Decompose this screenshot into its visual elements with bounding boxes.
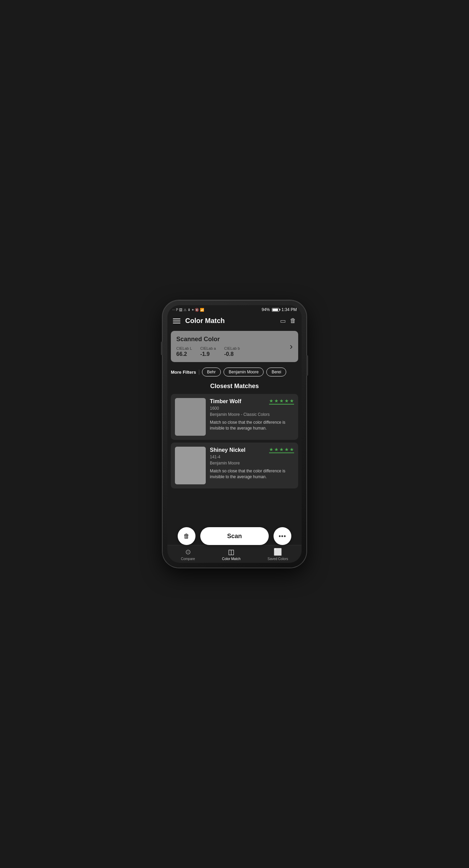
notification-icons: ··· P 🖼 ⚠ ⬇ ✦ 🔇 📶: [172, 308, 204, 312]
star-4: ★: [284, 398, 289, 404]
filter-bar: More Filters Behr Benjamin Moore Berei: [167, 365, 302, 379]
color-swatch-0: [175, 398, 206, 436]
battery-header-icon: ▭: [280, 317, 286, 325]
stars-underline-0: [269, 404, 294, 405]
chevron-right-icon: ›: [290, 341, 293, 352]
match-header-1: Shiney Nickel ★ ★ ★ ★ ★: [210, 447, 294, 453]
side-button-power: [306, 355, 308, 376]
color-match-nav-label: Color Match: [222, 557, 241, 561]
cielab-a-item: CIELab a -1.9: [200, 346, 216, 357]
bottom-actions: 🗑 Scan •••: [167, 527, 302, 545]
star-5b: ★: [290, 447, 294, 452]
phone-screen: ··· P 🖼 ⚠ ⬇ ✦ 🔇 📶 94% 1:34 PM Color Matc…: [167, 305, 302, 563]
filter-chip-behr[interactable]: Behr: [202, 368, 221, 376]
scanned-color-content: Scanned Color CIELab L 66.2 CIELab a -1.…: [176, 336, 240, 357]
star-2b: ★: [274, 447, 279, 452]
match-desc-1: Match so close that the color difference…: [210, 468, 294, 480]
cielab-l-name: CIELab L: [176, 346, 192, 350]
phone-frame: ··· P 🖼 ⚠ ⬇ ✦ 🔇 📶 94% 1:34 PM Color Matc…: [163, 300, 306, 568]
match-info-0: Timber Wolf ★ ★ ★ ★ ★ 1600: [210, 398, 294, 436]
delete-action-button[interactable]: 🗑: [178, 527, 195, 545]
match-card-1[interactable]: Shiney Nickel ★ ★ ★ ★ ★ 141-: [171, 443, 298, 488]
cielab-row: CIELab L 66.2 CIELab a -1.9 CIELab b -0.…: [176, 346, 240, 357]
cielab-b-name: CIELab b: [224, 346, 240, 350]
match-card-0[interactable]: Timber Wolf ★ ★ ★ ★ ★ 1600: [171, 394, 298, 440]
cielab-b-value: -0.8: [224, 351, 240, 357]
more-action-icon: •••: [279, 533, 286, 540]
cielab-l-value: 66.2: [176, 351, 192, 357]
compare-nav-label: Compare: [181, 557, 195, 561]
trash-header-icon[interactable]: 🗑: [290, 317, 296, 324]
closest-matches-title: Closest Matches: [167, 379, 302, 393]
cielab-b-item: CIELab b -0.8: [224, 346, 240, 357]
star-2: ★: [274, 398, 279, 404]
clock-time: 1:34 PM: [281, 307, 297, 312]
star-1b: ★: [269, 447, 274, 452]
scanned-color-label: Scanned Color: [176, 336, 240, 343]
side-button-volume: [161, 342, 163, 355]
color-match-nav-icon: ◫: [228, 548, 234, 556]
header-right: ▭ 🗑: [280, 317, 296, 325]
saved-colors-nav-label: Saved Colors: [267, 557, 288, 561]
color-swatch-1: [175, 447, 206, 484]
match-brand-1: Benjamin Moore: [210, 461, 294, 466]
nav-item-saved-colors[interactable]: ⬜ Saved Colors: [264, 546, 291, 562]
bottom-nav: ⊙ Compare ◫ Color Match ⬜ Saved Colors: [167, 545, 302, 563]
status-bar: ··· P 🖼 ⚠ ⬇ ✦ 🔇 📶 94% 1:34 PM: [167, 305, 302, 313]
stars-0: ★ ★ ★ ★ ★: [269, 398, 294, 404]
saved-colors-nav-icon: ⬜: [274, 548, 282, 556]
cielab-a-value: -1.9: [200, 351, 216, 357]
cielab-l-item: CIELab L 66.2: [176, 346, 192, 357]
star-4b: ★: [284, 447, 289, 452]
match-brand-0: Benjamin Moore - Classic Colors: [210, 412, 294, 417]
compare-nav-icon: ⊙: [185, 548, 191, 556]
match-info-1: Shiney Nickel ★ ★ ★ ★ ★ 141-: [210, 447, 294, 484]
filter-chip-benjamin-moore[interactable]: Benjamin Moore: [224, 368, 264, 376]
status-right-info: 94% 1:34 PM: [262, 307, 297, 312]
scanned-color-card[interactable]: Scanned Color CIELab L 66.2 CIELab a -1.…: [171, 331, 298, 362]
trash-action-icon: 🗑: [183, 533, 190, 540]
battery-percentage: 94%: [262, 307, 270, 312]
nav-item-color-match[interactable]: ◫ Color Match: [219, 546, 244, 562]
match-header-0: Timber Wolf ★ ★ ★ ★ ★: [210, 398, 294, 405]
match-name-1: Shiney Nickel: [210, 447, 245, 453]
match-number-1: 141-4: [210, 455, 294, 459]
battery-icon: [272, 308, 279, 312]
stars-underline-1: [269, 452, 294, 453]
more-filters-button[interactable]: More Filters: [171, 370, 199, 375]
star-3b: ★: [279, 447, 284, 452]
more-action-button[interactable]: •••: [274, 527, 291, 545]
star-1: ★: [269, 398, 274, 404]
nav-item-compare[interactable]: ⊙ Compare: [177, 546, 198, 562]
star-3: ★: [279, 398, 284, 404]
app-title: Color Match: [185, 317, 225, 325]
header-left: Color Match: [173, 317, 225, 325]
stars-1: ★ ★ ★ ★ ★: [269, 447, 294, 452]
star-5: ★: [290, 398, 294, 404]
scan-label: Scan: [227, 533, 242, 540]
status-left-icons: ··· P 🖼 ⚠ ⬇ ✦ 🔇 📶: [172, 308, 204, 312]
match-name-0: Timber Wolf: [210, 398, 241, 405]
filter-chip-berei[interactable]: Berei: [266, 368, 286, 376]
match-number-0: 1600: [210, 406, 294, 411]
app-header: Color Match ▭ 🗑: [167, 313, 302, 328]
cielab-a-name: CIELab a: [200, 346, 216, 350]
match-desc-0: Match so close that the color difference…: [210, 420, 294, 431]
hamburger-menu-icon[interactable]: [173, 319, 180, 323]
scan-button[interactable]: Scan: [200, 527, 269, 545]
